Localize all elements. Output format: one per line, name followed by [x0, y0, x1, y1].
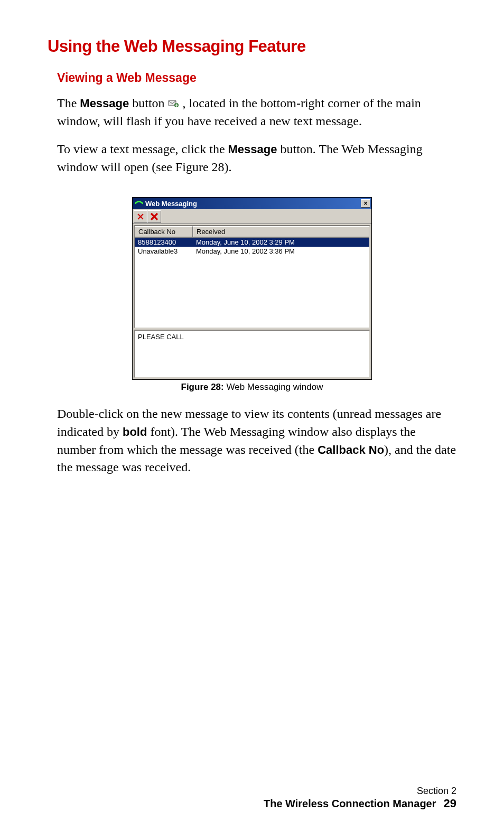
list-item[interactable]: 8588123400 Monday, June 10, 2002 3:29 PM — [135, 238, 369, 247]
app-icon — [135, 200, 143, 207]
column-callback-no[interactable]: Callback No — [135, 226, 193, 237]
column-received[interactable]: Received — [193, 226, 369, 237]
bold-text: Callback No — [318, 443, 384, 456]
bold-text: bold — [123, 425, 147, 438]
footer-title: The Wireless Connection Manager — [264, 798, 436, 809]
list-item[interactable]: Unavailable3 Monday, June 10, 2002 3:36 … — [135, 247, 369, 256]
figure-label: Figure 28: — [181, 382, 224, 392]
text: To view a text message, click the — [57, 142, 228, 156]
cell-received: Monday, June 10, 2002 3:29 PM — [193, 238, 369, 247]
sub-heading: Viewing a Web Message — [57, 71, 456, 85]
paragraph-3: Double-click on the new message to view … — [57, 405, 456, 476]
list-rows: 8588123400 Monday, June 10, 2002 3:29 PM… — [135, 238, 369, 328]
close-button[interactable]: × — [361, 199, 370, 208]
text: button — [129, 96, 167, 110]
delete-button[interactable] — [134, 210, 147, 223]
figure-caption: Figure 28: Web Messaging window — [132, 382, 372, 393]
paragraph-1: The Message button , located in the bott… — [57, 95, 456, 130]
message-icon — [168, 96, 180, 105]
message-list: Callback No Received 8588123400 Monday, … — [134, 225, 370, 329]
cell-callback: 8588123400 — [135, 238, 193, 247]
page-number: 29 — [444, 797, 456, 810]
toolbar — [133, 209, 371, 224]
page-footer: Section 2 The Wireless Connection Manage… — [264, 786, 456, 810]
footer-section: Section 2 — [264, 786, 456, 797]
titlebar: Web Messaging × — [133, 198, 371, 209]
cell-callback: Unavailable3 — [135, 247, 193, 256]
text: The — [57, 96, 80, 110]
bold-text: Message — [228, 143, 277, 156]
window-title: Web Messaging — [145, 200, 361, 208]
web-messaging-window: Web Messaging × Callback No Received 858… — [132, 197, 372, 380]
cell-received: Monday, June 10, 2002 3:36 PM — [193, 247, 369, 256]
delete-all-button[interactable] — [147, 210, 161, 223]
section-heading: Using the Web Messaging Feature — [48, 37, 456, 56]
message-preview: PLEASE CALL — [134, 330, 370, 378]
paragraph-2: To view a text message, click the Messag… — [57, 141, 456, 176]
figure-28: Web Messaging × Callback No Received 858… — [132, 197, 372, 393]
bold-text: Message — [80, 97, 129, 110]
figure-text: Web Messaging window — [224, 382, 323, 392]
list-header: Callback No Received — [135, 226, 369, 238]
